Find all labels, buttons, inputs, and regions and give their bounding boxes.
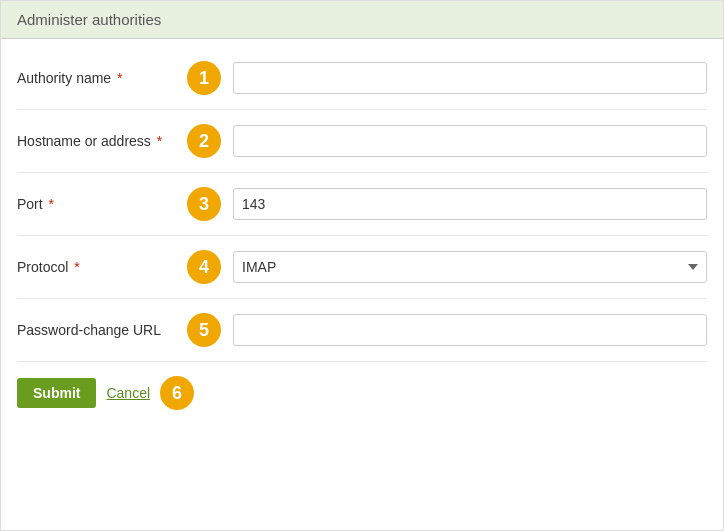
cancel-button[interactable]: Cancel <box>106 385 150 401</box>
password-url-row: Password-change URL 5 <box>17 299 707 362</box>
password-url-input[interactable] <box>233 314 707 346</box>
protocol-row: Protocol * 4 IMAP POP3 SMTP <box>17 236 707 299</box>
port-label: Port * <box>17 196 187 212</box>
authority-name-input[interactable] <box>233 62 707 94</box>
password-url-label: Password-change URL <box>17 322 187 338</box>
required-indicator: * <box>113 70 122 86</box>
form-body: Authority name * 1 Hostname or address *… <box>1 39 723 430</box>
required-indicator: * <box>153 133 162 149</box>
hostname-label: Hostname or address * <box>17 133 187 149</box>
admin-authorities-panel: Administer authorities Authority name * … <box>0 0 724 531</box>
authority-name-label: Authority name * <box>17 70 187 86</box>
form-actions: Submit Cancel 6 <box>17 362 707 414</box>
step-badge-1: 1 <box>187 61 221 95</box>
step-badge-6: 6 <box>160 376 194 410</box>
step-badge-2: 2 <box>187 124 221 158</box>
step-badge-3: 3 <box>187 187 221 221</box>
required-indicator: * <box>70 259 79 275</box>
hostname-input[interactable] <box>233 125 707 157</box>
port-row: Port * 3 <box>17 173 707 236</box>
required-indicator: * <box>45 196 54 212</box>
step-badge-4: 4 <box>187 250 221 284</box>
port-input[interactable] <box>233 188 707 220</box>
panel-title: Administer authorities <box>17 11 161 28</box>
submit-button[interactable]: Submit <box>17 378 96 408</box>
hostname-row: Hostname or address * 2 <box>17 110 707 173</box>
authority-name-row: Authority name * 1 <box>17 47 707 110</box>
panel-header: Administer authorities <box>1 1 723 39</box>
protocol-label: Protocol * <box>17 259 187 275</box>
step-badge-5: 5 <box>187 313 221 347</box>
protocol-select[interactable]: IMAP POP3 SMTP <box>233 251 707 283</box>
